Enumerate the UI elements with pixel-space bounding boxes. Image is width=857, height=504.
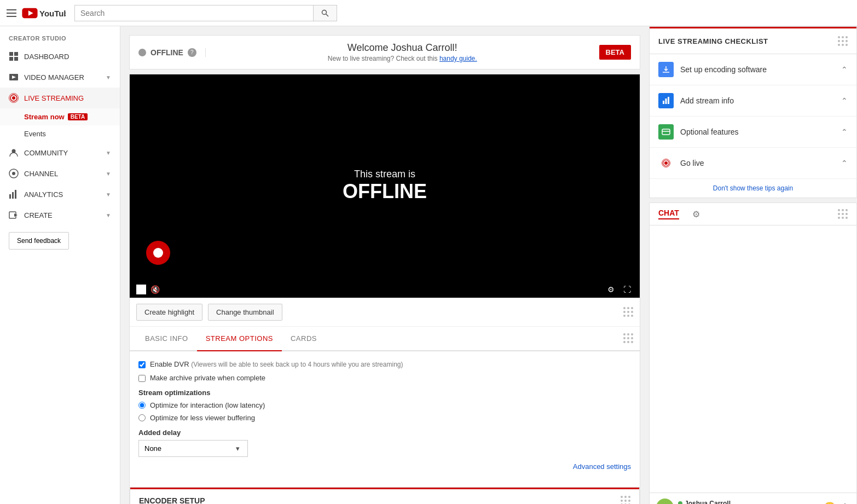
svg-point-11 [12, 96, 15, 100]
svg-text:YouTube: YouTube [39, 8, 66, 18]
stop-button[interactable] [136, 285, 146, 294]
bar-chart-icon [658, 93, 674, 108]
sidebar-item-channel[interactable]: CHANNEL ▼ [0, 163, 120, 184]
opt1-radio-row: Optimize for interaction (low latency) [138, 401, 631, 409]
tabs: BASIC INFO STREAM OPTIONS CARDS [130, 327, 640, 351]
create-icon [9, 210, 19, 220]
fullscreen-icon[interactable]: ⛶ [623, 285, 631, 294]
offline-indicator: OFFLINE ? [138, 48, 206, 57]
search-button[interactable] [313, 5, 337, 21]
dashboard-icon [9, 51, 19, 61]
tabs-more-icon[interactable] [623, 333, 633, 343]
sidebar-item-community[interactable]: COMMUNITY ▼ [0, 142, 120, 163]
chevron-down-icon: ▼ [106, 171, 111, 177]
delay-select[interactable]: None Low delay (5s) Normal delay (15s) H… [138, 440, 248, 457]
checklist-item-stream-info[interactable]: Add stream info ⌃ [650, 85, 856, 117]
record-button[interactable] [146, 241, 170, 265]
opt2-radio-row: Optimize for less viewer buffering [138, 414, 631, 422]
checklist-more-icon[interactable] [838, 36, 848, 46]
send-feedback-button[interactable]: Send feedback [9, 232, 69, 250]
settings-icon[interactable]: ⚙ [607, 285, 615, 294]
change-thumbnail-button[interactable]: Change thumbnail [208, 304, 282, 321]
chat-footer: JC Joshua Carroll Say something... 🙂 ⋮ [650, 493, 856, 504]
welcome-sub-text: New to live streaming? Check out this [328, 55, 438, 62]
record-icon [153, 248, 163, 258]
video-overlay-text: This stream is OFFLINE [343, 169, 427, 203]
chat-body [650, 225, 856, 493]
optimizations-label: Stream optimizations [138, 389, 631, 397]
archive-checkbox-row: Make archive private when complete [138, 374, 631, 382]
opt2-radio[interactable] [138, 414, 146, 421]
handy-guide-link[interactable]: handy guide. [439, 55, 477, 62]
checklist-item-encoding[interactable]: Set up encoding software ⌃ [650, 54, 856, 85]
svg-point-16 [12, 172, 15, 175]
video-controls: 🔇 ⚙ ⛶ [130, 281, 640, 298]
welcome-bar: OFFLINE ? Welcome Joshua Carroll! New to… [129, 35, 640, 69]
encoder-header: ENCODER SETUP [130, 488, 639, 504]
checklist-item-golive[interactable]: Go live ⌃ [650, 148, 856, 179]
checklist-item-label: Set up encoding software [680, 65, 835, 74]
chat-online-status: Joshua Carroll [678, 500, 819, 504]
youtube-logo[interactable]: YouTube [22, 7, 66, 19]
tab-cards[interactable]: CARDS [282, 327, 326, 350]
opt1-radio[interactable] [138, 402, 146, 409]
chat-settings-icon[interactable]: ⚙ [692, 209, 700, 219]
checklist-item-optional[interactable]: Optional features ⌃ [650, 117, 856, 148]
create-highlight-button[interactable]: Create highlight [136, 304, 202, 321]
dvr-checkbox[interactable] [138, 361, 146, 368]
chat-more-icon[interactable] [838, 209, 848, 219]
download-icon [658, 62, 674, 77]
sidebar-item-live-streaming[interactable]: LIVE STREAMING [0, 88, 120, 108]
sidebar-item-label: ANALYTICS [24, 190, 100, 199]
channel-icon [9, 169, 19, 178]
encoder-section: ENCODER SETUP [130, 487, 640, 504]
expand-icon: ⌃ [841, 159, 848, 167]
sidebar-item-label: DASHBOARD [24, 53, 111, 61]
encoder-more-icon[interactable] [621, 496, 630, 504]
sidebar-item-label: CREATE [24, 211, 100, 219]
video-section: This stream is OFFLINE 🔇 ⚙ ⛶ [129, 74, 640, 504]
tab-basic-info[interactable]: BASIC INFO [136, 327, 197, 350]
more-options-icon[interactable] [623, 307, 633, 317]
delay-select-wrap: None Low delay (5s) Normal delay (15s) H… [138, 440, 631, 457]
sidebar-sub-stream-now[interactable]: Stream now BETA [0, 108, 120, 125]
sidebar-item-video-manager[interactable]: VIDEO MANAGER ▼ [0, 67, 120, 88]
sidebar-sub-events[interactable]: Events [0, 125, 120, 142]
dont-show-tips[interactable]: Don't show these tips again [650, 179, 856, 198]
offline-status-label: OFFLINE [150, 48, 183, 57]
svg-rect-5 [9, 52, 13, 56]
emoji-icon[interactable]: 🙂 [824, 501, 836, 504]
advanced-settings-link[interactable]: Advanced settings [573, 462, 631, 471]
hamburger-menu[interactable] [7, 9, 16, 17]
sidebar-item-label: COMMUNITY [24, 149, 100, 157]
stream-now-label: Stream now [24, 113, 65, 121]
volume-control[interactable]: 🔇 [150, 285, 160, 294]
credit-card-icon [658, 124, 674, 140]
sidebar-item-create[interactable]: CREATE ▼ [0, 205, 120, 225]
chevron-down-icon: ▼ [106, 74, 111, 80]
chat-tab[interactable]: CHAT [658, 208, 679, 219]
chat-header: CHAT ⚙ [650, 203, 856, 225]
search-input[interactable] [74, 5, 313, 21]
archive-label: Make archive private when complete [150, 374, 265, 382]
sidebar-item-analytics[interactable]: ANALYTICS ▼ [0, 184, 120, 205]
live-icon [658, 155, 674, 171]
archive-checkbox[interactable] [138, 375, 146, 382]
chat-user-info: Joshua Carroll Say something... [678, 500, 819, 504]
tabs-section: BASIC INFO STREAM OPTIONS CARDS [130, 326, 640, 485]
sidebar-item-dashboard[interactable]: DASHBOARD [0, 46, 120, 67]
analytics-icon [9, 189, 19, 199]
chat-options-icon[interactable]: ⋮ [840, 501, 850, 504]
video-player: This stream is OFFLINE 🔇 ⚙ ⛶ [130, 74, 640, 298]
delay-label: Added delay [138, 428, 631, 437]
chevron-down-icon: ▼ [106, 150, 111, 156]
tab-stream-options[interactable]: STREAM OPTIONS [197, 327, 282, 351]
expand-icon: ⌃ [841, 96, 848, 105]
dvr-checkbox-row: Enable DVR (Viewers will be able to seek… [138, 360, 631, 368]
page-layout: CREATOR STUDIO DASHBOARD VIDEO MANAGER ▼… [0, 26, 857, 504]
svg-rect-24 [665, 99, 667, 104]
checklist-title: LIVE STREAMING CHECKLIST [658, 37, 838, 45]
expand-icon: ⌃ [841, 128, 848, 136]
sidebar-item-label: VIDEO MANAGER [24, 73, 100, 82]
help-icon[interactable]: ? [188, 48, 196, 57]
